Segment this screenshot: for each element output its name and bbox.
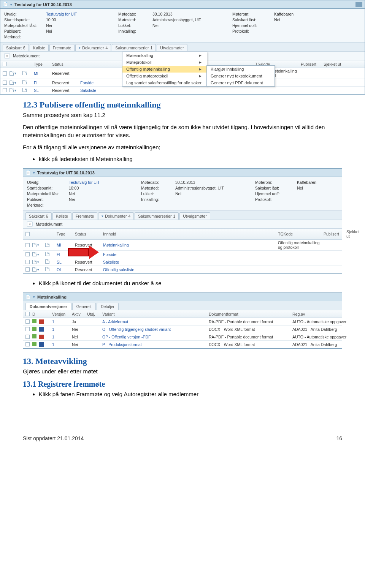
menu-item-lag-samlet[interactable]: Lag samlet saksfremstilling for alle sak… [122,79,207,86]
table-row[interactable]: 1 Ja A - Arkivformat RA-PDF - Portable d… [23,318,342,326]
innhold-link[interactable]: Saksliste [80,88,175,93]
tab-saksnummerserier[interactable]: Saksnummerserier1 [112,44,156,51]
doc-icon[interactable] [32,243,36,247]
value-moterom: Kaffebaren [274,12,361,16]
row-checkbox[interactable] [3,81,7,85]
row-checkbox[interactable] [25,243,30,247]
dropdown-icon[interactable]: ▾ [37,268,39,272]
type-link[interactable]: SL [34,88,52,93]
dropdown-icon[interactable]: ▾ [37,253,39,256]
menu-item-offentlig-moteprotokoll[interactable]: Offentlig møteprotokoll▶ [122,73,207,79]
tab-fremmote[interactable]: Fremmøte [72,212,97,220]
submenu-arrow-icon: ▶ [199,74,202,78]
value-sakskart-last: Nei [274,17,361,22]
type-link[interactable]: MI [34,71,52,76]
tab-generelt[interactable]: Generelt [72,303,96,310]
table-row[interactable]: ▾ SL Reservert Saksliste [0,87,365,94]
dropdown-icon[interactable]: ▾ [14,81,16,85]
dropdown-icon[interactable]: ▾ [37,243,39,247]
tab-dokumenter[interactable]: ▾Dokumenter4 [98,212,134,220]
submenu-item-klargjor[interactable]: Klargjør innkalling [207,66,275,73]
tab-dokumentversjoner[interactable]: Dokumentversjoner [25,303,71,310]
submenu-item-generer-pdf[interactable]: Generer nytt PDF dokument [207,79,275,86]
table-row[interactable]: ▾ OL Reservert Offentlig saksliste [23,266,342,273]
dropdown-icon[interactable]: ▾ [14,89,16,92]
tab-detaljer[interactable]: Detaljer [97,303,119,310]
page-icon[interactable] [22,80,27,84]
docx-icon[interactable] [39,327,44,332]
action-icon[interactable] [32,334,36,338]
value-innkalling [152,29,229,33]
dropdown-icon[interactable]: ▾ [14,71,16,75]
row-checkbox[interactable] [25,335,30,339]
label-protokoll-last: Møteprotokoll låst: [4,23,42,28]
select-all-checkbox[interactable] [3,62,7,66]
table-row[interactable]: 1 Nei P - Produksjonsformat DOCX - Word … [23,341,342,348]
table-row[interactable]: 1 Nei OP - Offentlig versjon -PDF RA-PDF… [23,333,342,341]
page-icon[interactable] [45,267,49,271]
tab-koliste[interactable]: Køliste [52,212,71,220]
collapse-icon[interactable]: « [27,221,33,227]
row-checkbox[interactable] [25,319,30,324]
page-icon[interactable] [45,243,49,247]
tab-sakskart[interactable]: Sakskart6 [25,212,52,220]
select-all-checkbox[interactable] [25,232,30,236]
dropdown-icon[interactable]: ▾ [10,3,12,6]
row-checkbox[interactable] [25,267,30,272]
toolbar-icon[interactable] [355,2,362,7]
window-title: Testutvalg for UiT 30.10.2013 [37,171,95,175]
menu-item-offentlig-moteinnkalling[interactable]: Offentlig møteinnkalling▶ [122,66,207,73]
page-icon[interactable] [22,88,27,92]
window-icon: 📄 [25,170,31,175]
doc-icon: 📄 [25,294,31,300]
action-icon[interactable] [32,342,36,346]
doc-icon[interactable] [10,81,14,85]
table-row[interactable]: 1 Nei O - Offentlig tilgjengelig sladdet… [23,326,342,333]
label-motested: Møtested: [118,17,149,22]
doc-icon[interactable] [10,88,14,92]
row-checkbox[interactable] [3,71,7,76]
row-checkbox[interactable] [25,260,30,264]
dropdown-icon[interactable]: ▾ [33,171,35,175]
tab-utvalgsmoter[interactable]: Utvalgsmøter [157,44,187,51]
doc-icon[interactable] [10,71,14,76]
menu-item-moteinnkalling[interactable]: Møteinnkalling▶ [122,52,207,59]
page-icon[interactable] [45,252,49,256]
table-row[interactable]: ▾ SL Reservert Saksliste [23,258,342,266]
window-title-bar: 📄 ▾ Testutvalg for UiT 30.10.2013 [0,0,365,9]
action-icon[interactable] [32,327,36,331]
paragraph: Samme prosedyre som kap 11.2 [23,111,342,119]
value-motedato: 30.10.2013 [152,12,229,16]
tab-sakskart[interactable]: Sakskart6 [3,44,29,51]
type-link[interactable]: FI [34,81,52,85]
tab-fremmote[interactable]: Fremmøte [49,44,75,51]
tab-saksnummerserier[interactable]: Saksnummerserier1 [135,212,179,220]
doc-icon[interactable] [32,252,36,256]
bullet-item: Klikk på ikonet til det dokumentet du øn… [39,280,342,286]
tab-dokumenter[interactable]: ▾Dokumenter4 [75,44,111,51]
doc-icon[interactable] [32,260,36,264]
page-icon[interactable] [22,71,27,75]
pdf-icon[interactable] [39,335,44,339]
collapse-icon[interactable]: « [4,53,10,58]
dropdown-icon[interactable]: ▾ [37,260,39,264]
action-icon[interactable] [32,319,36,323]
doc-icon[interactable] [32,267,36,272]
screenshot-meeting-menus: 📄 ▾ Testutvalg for UiT 30.10.2013 Utvalg… [0,0,365,95]
docx-icon[interactable] [39,342,44,347]
dropdown-icon[interactable]: ▾ [33,295,35,299]
tab-koliste[interactable]: Køliste [30,44,49,51]
menu-item-moteprotokoll[interactable]: Møteprotokoll▶ [122,59,207,66]
row-checkbox[interactable] [25,252,30,256]
submenu-item-generer-tekst[interactable]: Generer nytt tekstdokument [207,73,275,79]
tab-utvalgsmoter[interactable]: Utvalgsmøter [179,212,210,220]
bullet-item: klikk på ledeteksten til Møteinnkalling [39,156,342,162]
col-sjekket: Sjekket ut [324,62,362,66]
row-checkbox[interactable] [25,327,30,331]
select-all-checkbox[interactable] [25,312,30,316]
row-checkbox[interactable] [3,88,7,92]
page-icon[interactable] [45,259,49,264]
value-utvalg[interactable]: Testutvalg for UiT [46,12,114,16]
row-checkbox[interactable] [25,342,30,346]
pdf-icon[interactable] [39,319,44,324]
